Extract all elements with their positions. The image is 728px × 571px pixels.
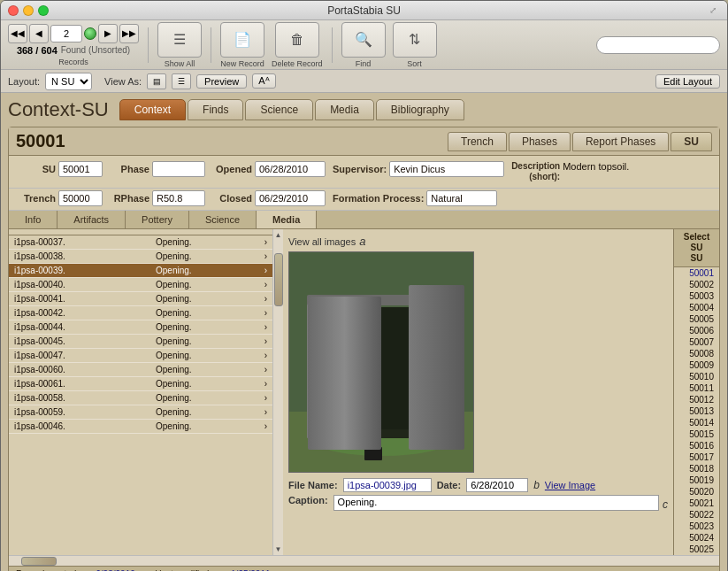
list-item[interactable]: i1psa-00037. Opening. ›: [9, 235, 272, 250]
scroll-up-arrow[interactable]: ▲: [273, 229, 284, 241]
su-list-item[interactable]: 50015: [674, 428, 719, 440]
su-list-item[interactable]: 50003: [674, 290, 719, 302]
su-list-item[interactable]: 50024: [674, 532, 719, 544]
list-item[interactable]: i1psa-00047. Opening. ›: [9, 349, 272, 363]
date-value: 6/28/2010: [466, 478, 528, 492]
tab-bibliography[interactable]: Bibliography: [376, 99, 464, 120]
caption-row: Caption: Opening. c: [288, 495, 668, 511]
su-list-item[interactable]: 50011: [674, 382, 719, 394]
show-all-group: ☰ Show All: [157, 22, 202, 68]
list-item[interactable]: i1psa-00041. Opening. ›: [9, 292, 272, 306]
su-list-item[interactable]: 50020: [674, 486, 719, 498]
minimize-button[interactable]: [23, 5, 34, 16]
scroll-thumb[interactable]: [274, 253, 283, 306]
sort-button[interactable]: ⇅: [393, 22, 437, 58]
list-scrollbar[interactable]: ▲ ▼: [272, 229, 283, 555]
sub-tab-phases[interactable]: Phases: [509, 132, 571, 151]
su-list-item[interactable]: 50009: [674, 359, 719, 371]
bottom-scroll-thumb[interactable]: [21, 557, 57, 566]
search-input[interactable]: [596, 36, 720, 54]
content-tab-artifacts[interactable]: Artifacts: [57, 211, 126, 228]
nav-next-button[interactable]: ▶: [98, 24, 118, 43]
scroll-down-arrow[interactable]: ▼: [273, 544, 284, 555]
list-item[interactable]: i1psa-00039. Opening. ›: [9, 264, 272, 278]
nav-prev-button[interactable]: ◀: [29, 24, 49, 43]
nav-record-input[interactable]: 2: [50, 25, 82, 42]
su-list-item[interactable]: 50022: [674, 509, 719, 521]
sub-tab-trench[interactable]: Trench: [448, 132, 507, 151]
font-size-button[interactable]: Aᴬ: [252, 73, 275, 89]
content-tab-info[interactable]: Info: [9, 211, 57, 228]
list-item[interactable]: i1psa-00040. Opening. ›: [9, 278, 272, 292]
svg-rect-8: [415, 289, 456, 432]
list-item-arrow: ›: [259, 391, 272, 405]
phase-label: Phase: [110, 164, 149, 174]
tab-media[interactable]: Media: [315, 99, 374, 120]
su-list-item[interactable]: 50016: [674, 440, 719, 451]
delete-record-button[interactable]: 🗑: [275, 22, 319, 58]
list-item[interactable]: i1psa-00044. Opening. ›: [9, 320, 272, 335]
edit-layout-button[interactable]: Edit Layout: [655, 74, 720, 89]
list-item[interactable]: i1psa-00038. Opening. ›: [9, 250, 272, 264]
nav-last-button[interactable]: ▶▶: [119, 24, 139, 43]
new-record-label: New Record: [220, 59, 264, 68]
content-tab-pottery[interactable]: Pottery: [126, 211, 189, 228]
rphase-label: RPhase: [110, 193, 149, 204]
su-list-item[interactable]: 50001: [674, 267, 719, 279]
sub-tab-report-phases[interactable]: Report Phases: [572, 132, 669, 151]
list-item[interactable]: i1psa-00060. Opening. ›: [9, 363, 272, 377]
close-button[interactable]: [8, 5, 19, 16]
su-list-item[interactable]: 50012: [674, 394, 719, 405]
show-all-button[interactable]: ☰: [157, 22, 202, 58]
content-tab-science[interactable]: Science: [189, 211, 257, 228]
list-item[interactable]: i1psa-00045. Opening. ›: [9, 335, 272, 349]
tab-science[interactable]: Science: [245, 99, 313, 120]
tab-context[interactable]: Context: [119, 99, 186, 120]
records-count: 368 / 604: [17, 45, 57, 56]
tab-finds[interactable]: Finds: [188, 99, 243, 120]
caption-label: Caption:: [288, 495, 328, 505]
su-list-item[interactable]: 50018: [674, 463, 719, 475]
list-item-desc: Opening.: [150, 377, 259, 391]
list-item-desc: Opening.: [150, 250, 259, 264]
records-status: Found (Unsorted): [61, 45, 130, 55]
maximize-button[interactable]: [38, 5, 49, 16]
su-list-item[interactable]: 50019: [674, 475, 719, 486]
su-list-item[interactable]: 50006: [674, 325, 719, 336]
view-form-button[interactable]: ▤: [147, 73, 166, 89]
su-list-item[interactable]: 50010: [674, 371, 719, 382]
su-list-item[interactable]: 50002: [674, 279, 719, 290]
su-list-item[interactable]: 50023: [674, 521, 719, 532]
content-tab-media[interactable]: Media: [257, 211, 317, 228]
su-list-item[interactable]: 50025: [674, 544, 719, 555]
divider-3: [332, 27, 333, 63]
bottom-scrollbar[interactable]: [9, 555, 719, 566]
view-list-button[interactable]: ☰: [172, 73, 191, 89]
list-item[interactable]: i1psa-00059. Opening. ›: [9, 405, 272, 420]
su-list-item[interactable]: 50005: [674, 313, 719, 325]
sub-tab-su[interactable]: SU: [671, 132, 712, 151]
su-list-item[interactable]: 50013: [674, 405, 719, 417]
su-list-item[interactable]: 50007: [674, 336, 719, 348]
formation-label: Formation Process:: [333, 193, 424, 204]
layout-select[interactable]: N SU: [45, 73, 92, 90]
su-list-item[interactable]: 50021: [674, 498, 719, 509]
preview-button[interactable]: Preview: [196, 74, 247, 89]
resize-handle[interactable]: ⤢: [709, 5, 720, 16]
svg-rect-17: [351, 341, 358, 394]
status-bar: Record created on 6/28/2010 and last mod…: [9, 566, 719, 571]
find-button[interactable]: 🔍: [341, 22, 386, 58]
list-item[interactable]: i1psa-00046. Opening. ›: [9, 420, 272, 434]
new-record-button[interactable]: 📄: [220, 22, 264, 58]
su-list-item[interactable]: 50004: [674, 302, 719, 313]
su-list-item[interactable]: 50008: [674, 348, 719, 359]
list-item-desc: Opening.: [150, 405, 259, 420]
list-item[interactable]: i1psa-00061. Opening. ›: [9, 377, 272, 391]
new-record-group: 📄 New Record: [220, 22, 264, 68]
nav-first-button[interactable]: ◀◀: [8, 24, 27, 43]
list-item[interactable]: i1psa-00042. Opening. ›: [9, 306, 272, 320]
su-list-item[interactable]: 50017: [674, 451, 719, 463]
list-item[interactable]: i1psa-00058. Opening. ›: [9, 391, 272, 405]
su-list-item[interactable]: 50014: [674, 417, 719, 428]
view-image-button[interactable]: View Image: [545, 480, 595, 490]
